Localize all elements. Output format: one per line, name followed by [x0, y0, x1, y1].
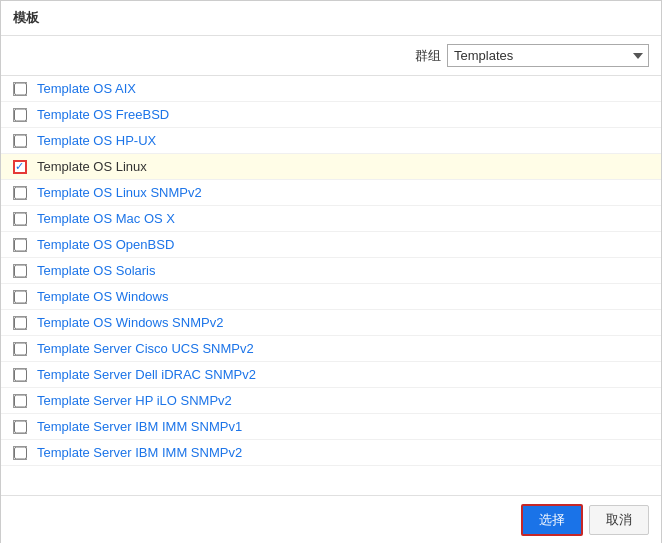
- template-list: Template OS AIXTemplate OS FreeBSDTempla…: [1, 76, 661, 496]
- list-item[interactable]: Template OS Linux SNMPv2: [1, 180, 661, 206]
- list-item[interactable]: Template Server HP iLO SNMPv2: [1, 388, 661, 414]
- list-item[interactable]: Template OS HP-UX: [1, 128, 661, 154]
- list-item[interactable]: Template OS OpenBSD: [1, 232, 661, 258]
- item-label: Template OS Windows SNMPv2: [37, 315, 223, 330]
- list-item[interactable]: Template OS Linux: [1, 154, 661, 180]
- list-item[interactable]: Template OS AIX: [1, 76, 661, 102]
- group-filter-select[interactable]: TemplatesTemplates/ApplicationsTemplates…: [447, 44, 649, 67]
- filter-label: 群组: [415, 47, 441, 65]
- list-item[interactable]: Template OS Mac OS X: [1, 206, 661, 232]
- filter-row: 群组 TemplatesTemplates/ApplicationsTempla…: [1, 36, 661, 76]
- item-checkbox[interactable]: [13, 368, 27, 382]
- item-label: Template Server Cisco UCS SNMPv2: [37, 341, 254, 356]
- item-label: Template Server HP iLO SNMPv2: [37, 393, 232, 408]
- item-checkbox[interactable]: [13, 82, 27, 96]
- item-checkbox[interactable]: [13, 160, 27, 174]
- item-checkbox[interactable]: [13, 264, 27, 278]
- list-item[interactable]: Template Server IBM IMM SNMPv1: [1, 414, 661, 440]
- item-checkbox[interactable]: [13, 238, 27, 252]
- item-label: Template Server Dell iDRAC SNMPv2: [37, 367, 256, 382]
- list-item[interactable]: Template OS Windows: [1, 284, 661, 310]
- item-label: Template OS OpenBSD: [37, 237, 174, 252]
- dialog-title: 模板: [13, 9, 39, 27]
- list-item[interactable]: Template OS Windows SNMPv2: [1, 310, 661, 336]
- item-checkbox[interactable]: [13, 316, 27, 330]
- item-label: Template Server IBM IMM SNMPv1: [37, 419, 242, 434]
- item-checkbox[interactable]: [13, 420, 27, 434]
- item-checkbox[interactable]: [13, 186, 27, 200]
- item-label: Template OS HP-UX: [37, 133, 156, 148]
- item-label: Template OS AIX: [37, 81, 136, 96]
- list-item[interactable]: Template Server Dell iDRAC SNMPv2: [1, 362, 661, 388]
- cancel-button[interactable]: 取消: [589, 505, 649, 535]
- item-label: Template OS Mac OS X: [37, 211, 175, 226]
- item-checkbox[interactable]: [13, 342, 27, 356]
- dialog: 模板 群组 TemplatesTemplates/ApplicationsTem…: [0, 0, 662, 543]
- list-item[interactable]: Template OS Solaris: [1, 258, 661, 284]
- item-checkbox[interactable]: [13, 394, 27, 408]
- list-item[interactable]: Template Server Cisco UCS SNMPv2: [1, 336, 661, 362]
- item-label: Template OS Solaris: [37, 263, 156, 278]
- item-checkbox[interactable]: [13, 212, 27, 226]
- item-label: Template OS Linux SNMPv2: [37, 185, 202, 200]
- item-label: Template OS Linux: [37, 159, 147, 174]
- item-label: Template OS Windows: [37, 289, 169, 304]
- item-label: Template Server IBM IMM SNMPv2: [37, 445, 242, 460]
- list-item[interactable]: Template Server IBM IMM SNMPv2: [1, 440, 661, 466]
- dialog-footer: 选择 取消: [1, 496, 661, 543]
- list-item[interactable]: Template OS FreeBSD: [1, 102, 661, 128]
- item-checkbox[interactable]: [13, 446, 27, 460]
- item-label: Template OS FreeBSD: [37, 107, 169, 122]
- dialog-header: 模板: [1, 1, 661, 36]
- item-checkbox[interactable]: [13, 290, 27, 304]
- select-button[interactable]: 选择: [521, 504, 583, 536]
- item-checkbox[interactable]: [13, 134, 27, 148]
- item-checkbox[interactable]: [13, 108, 27, 122]
